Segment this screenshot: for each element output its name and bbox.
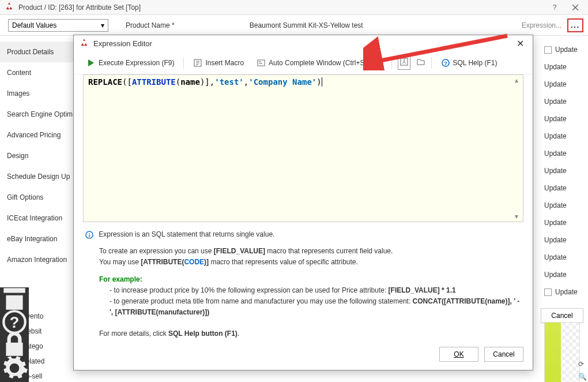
sidebar-item-ebay[interactable]: eBay Integration bbox=[0, 229, 74, 249]
chevron-down-icon: ▾ bbox=[101, 21, 104, 29]
help-text: i Expression is an SQL statement that re… bbox=[74, 222, 533, 340]
app-logo-icon bbox=[5, 2, 14, 13]
checkbox[interactable] bbox=[544, 46, 552, 54]
gear-icon[interactable] bbox=[0, 357, 29, 380]
expression-placeholder: Expression... bbox=[522, 21, 561, 29]
save-expression-icon[interactable] bbox=[398, 55, 410, 70]
dialog-titlebar: Expression Editor ✕ bbox=[74, 35, 533, 51]
titlebar: Product / ID: [263] for Attribute Set [T… bbox=[0, 0, 588, 15]
svg-rect-3 bbox=[258, 60, 265, 66]
zoom-tools: ⟳ 🔍 🔍 bbox=[578, 360, 587, 382]
update-row[interactable]: Update bbox=[541, 197, 583, 214]
sidebar-item-content[interactable]: Content bbox=[0, 62, 74, 83]
zoom-in-icon[interactable]: 🔍 bbox=[578, 373, 587, 381]
product-thumbnail bbox=[544, 322, 580, 382]
update-row[interactable]: Update bbox=[541, 76, 583, 92]
archive-icon[interactable] bbox=[0, 287, 29, 310]
sidebar-item-amazon[interactable]: Amazon Integration bbox=[0, 249, 74, 270]
sidebar-item-gift-options[interactable]: Gift Options bbox=[0, 187, 74, 208]
window-title: Product / ID: [263] for Attribute Set [T… bbox=[18, 3, 542, 12]
update-row[interactable]: Update bbox=[541, 232, 583, 248]
update-row[interactable]: Update bbox=[541, 163, 583, 179]
lock-icon[interactable] bbox=[0, 334, 29, 357]
insert-macro-button[interactable]: Insert Macro bbox=[190, 56, 247, 70]
update-row[interactable]: Update bbox=[541, 59, 583, 75]
sidebar-item-icecat[interactable]: ICEcat Integration bbox=[0, 208, 74, 229]
svg-text:i: i bbox=[89, 232, 90, 238]
expression-editor[interactable]: REPLACE([ATTRIBUTE(name)],'test','Compan… bbox=[83, 74, 523, 222]
help-icon[interactable]: ? bbox=[0, 310, 29, 334]
product-name-label: Product Name * bbox=[126, 21, 175, 29]
left-rail: ? bbox=[0, 287, 29, 382]
checkbox[interactable] bbox=[544, 289, 552, 296]
update-row[interactable]: Update bbox=[541, 284, 583, 300]
auto-complete-icon bbox=[257, 58, 266, 68]
separator bbox=[431, 57, 432, 69]
sidebar-item-design[interactable]: Design bbox=[0, 145, 74, 166]
svg-text:?: ? bbox=[10, 313, 20, 331]
sidebar: Product Details Content Images Search En… bbox=[0, 36, 75, 270]
product-name-value: Beaumont Summit Kit-XS-Yellow test bbox=[250, 21, 522, 29]
play-icon bbox=[86, 58, 96, 68]
expression-editor-dialog: Expression Editor ✕ Execute Expression (… bbox=[73, 35, 533, 370]
open-folder-icon[interactable] bbox=[416, 57, 425, 68]
dialog-toolbar: Execute Expression (F9) Insert Macro Aut… bbox=[74, 51, 533, 74]
update-row[interactable]: Update bbox=[541, 93, 583, 110]
sidebar-item-seo[interactable]: Search Engine Optim bbox=[0, 104, 74, 125]
sidebar-item-product-details[interactable]: Product Details bbox=[0, 42, 74, 62]
product-image bbox=[545, 323, 561, 382]
dialog-buttons: OK Cancel bbox=[439, 347, 523, 362]
update-row[interactable]: Update bbox=[541, 145, 583, 162]
execute-button[interactable]: Execute Expression (F9) bbox=[83, 56, 178, 70]
top-row: Default Values ▾ Product Name * Beaumont… bbox=[0, 15, 588, 36]
dropdown-label: Default Values bbox=[12, 21, 56, 29]
sidebar-item-advanced-pricing[interactable]: Advanced Pricing bbox=[0, 125, 74, 145]
values-dropdown[interactable]: Default Values ▾ bbox=[8, 19, 108, 32]
update-row[interactable]: Update bbox=[541, 180, 583, 196]
app-logo-icon bbox=[80, 38, 89, 49]
dialog-title: Expression Editor bbox=[93, 39, 508, 48]
macro-icon bbox=[193, 58, 202, 68]
cancel-button[interactable]: Cancel bbox=[541, 308, 583, 323]
update-row[interactable]: Update bbox=[541, 267, 583, 283]
sidebar-item-images[interactable]: Images bbox=[0, 83, 74, 104]
update-row[interactable]: Update bbox=[541, 249, 583, 265]
info-icon: i bbox=[85, 231, 93, 239]
sql-help-button[interactable]: ? SQL Help (F1) bbox=[438, 56, 501, 70]
separator bbox=[183, 57, 184, 69]
ok-button[interactable]: OK bbox=[439, 347, 478, 362]
separator bbox=[391, 57, 392, 69]
auto-complete-button[interactable]: Auto Complete Window (Ctrl+Space) bbox=[253, 56, 385, 70]
update-row[interactable]: Update bbox=[541, 42, 583, 58]
rotate-icon[interactable]: ⟳ bbox=[578, 360, 587, 368]
cancel-button[interactable]: Cancel bbox=[484, 347, 523, 362]
update-row[interactable]: Update bbox=[541, 111, 583, 127]
help-icon: ? bbox=[441, 58, 450, 68]
close-icon[interactable]: ✕ bbox=[513, 36, 527, 50]
help-button[interactable]: ? bbox=[546, 2, 563, 13]
expression-open-button[interactable]: ... bbox=[567, 18, 583, 32]
scroll-down-icon[interactable]: ▾ bbox=[515, 212, 522, 220]
update-column: Update Update Update Update Update Updat… bbox=[541, 42, 583, 323]
editor-line: REPLACE([ATTRIBUTE(name)],'test','Compan… bbox=[84, 75, 523, 89]
close-button[interactable] bbox=[567, 2, 583, 13]
update-row[interactable]: Update bbox=[541, 215, 583, 231]
sidebar-item-schedule-design[interactable]: Schedule Design Up bbox=[0, 166, 74, 187]
update-row[interactable]: Update bbox=[541, 128, 583, 144]
scroll-up-icon[interactable]: ▴ bbox=[515, 76, 522, 84]
svg-text:?: ? bbox=[444, 61, 447, 66]
